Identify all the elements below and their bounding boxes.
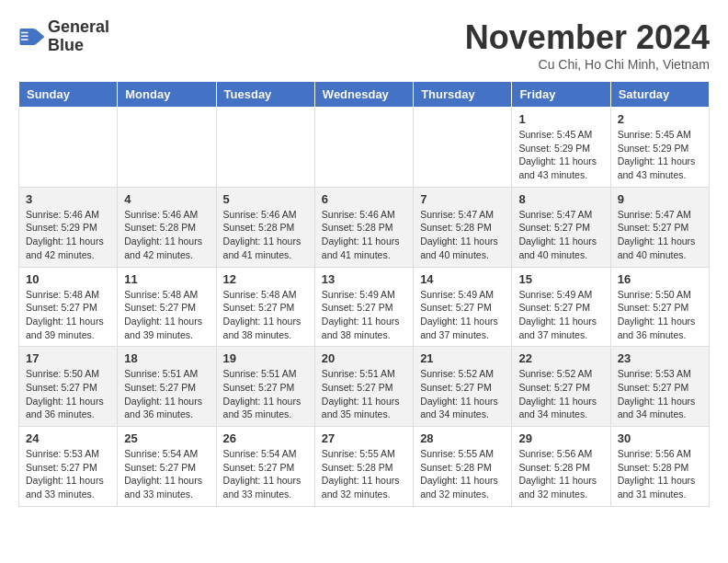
day-info: Sunrise: 5:53 AMSunset: 5:27 PMDaylight:… (618, 367, 702, 421)
day-number: 2 (618, 112, 702, 126)
day-info: Sunrise: 5:47 AMSunset: 5:27 PMDaylight:… (618, 208, 702, 262)
calendar-cell: 16Sunrise: 5:50 AMSunset: 5:27 PMDayligh… (610, 267, 709, 347)
day-number: 27 (322, 431, 406, 445)
day-number: 9 (618, 192, 702, 206)
logo: General Blue (18, 18, 109, 55)
day-info: Sunrise: 5:45 AMSunset: 5:29 PMDaylight:… (518, 128, 603, 182)
day-info: Sunrise: 5:46 AMSunset: 5:28 PMDaylight:… (223, 208, 308, 262)
day-info: Sunrise: 5:46 AMSunset: 5:29 PMDaylight:… (26, 208, 110, 262)
calendar-cell: 24Sunrise: 5:53 AMSunset: 5:27 PMDayligh… (19, 427, 118, 507)
day-number: 30 (618, 431, 702, 445)
day-number: 10 (26, 272, 110, 286)
calendar-cell: 7Sunrise: 5:47 AMSunset: 5:28 PMDaylight… (414, 187, 512, 267)
calendar-cell: 20Sunrise: 5:51 AMSunset: 5:27 PMDayligh… (314, 347, 413, 427)
day-info: Sunrise: 5:49 AMSunset: 5:27 PMDaylight:… (420, 288, 505, 342)
weekday-header-friday: Friday (512, 82, 610, 108)
day-info: Sunrise: 5:49 AMSunset: 5:27 PMDaylight:… (322, 288, 406, 342)
weekday-header-saturday: Saturday (610, 82, 709, 108)
calendar-cell: 15Sunrise: 5:49 AMSunset: 5:27 PMDayligh… (512, 267, 610, 347)
calendar-cell: 2Sunrise: 5:45 AMSunset: 5:29 PMDaylight… (610, 108, 709, 188)
day-info: Sunrise: 5:50 AMSunset: 5:27 PMDaylight:… (26, 367, 110, 421)
day-number: 17 (26, 351, 110, 365)
weekday-header-row: SundayMondayTuesdayWednesdayThursdayFrid… (19, 82, 710, 108)
calendar-cell: 22Sunrise: 5:52 AMSunset: 5:27 PMDayligh… (512, 347, 610, 427)
weekday-header-wednesday: Wednesday (314, 82, 413, 108)
day-number: 16 (618, 272, 702, 286)
day-number: 15 (518, 272, 603, 286)
day-number: 22 (518, 351, 603, 365)
day-info: Sunrise: 5:48 AMSunset: 5:27 PMDaylight:… (26, 288, 110, 342)
logo-icon (18, 23, 46, 51)
day-info: Sunrise: 5:52 AMSunset: 5:27 PMDaylight:… (518, 367, 603, 421)
day-number: 29 (518, 431, 603, 445)
day-number: 8 (518, 192, 603, 206)
calendar-cell: 10Sunrise: 5:48 AMSunset: 5:27 PMDayligh… (19, 267, 118, 347)
calendar-cell: 23Sunrise: 5:53 AMSunset: 5:27 PMDayligh… (610, 347, 709, 427)
day-number: 14 (420, 272, 505, 286)
calendar-cell: 4Sunrise: 5:46 AMSunset: 5:28 PMDaylight… (118, 187, 216, 267)
day-info: Sunrise: 5:48 AMSunset: 5:27 PMDaylight:… (124, 288, 209, 342)
calendar-week-row: 3Sunrise: 5:46 AMSunset: 5:29 PMDaylight… (19, 187, 710, 267)
day-info: Sunrise: 5:47 AMSunset: 5:27 PMDaylight:… (518, 208, 603, 262)
month-title: November 2024 (465, 18, 710, 57)
day-info: Sunrise: 5:54 AMSunset: 5:27 PMDaylight:… (124, 447, 209, 501)
day-number: 25 (124, 431, 209, 445)
calendar-cell: 12Sunrise: 5:48 AMSunset: 5:27 PMDayligh… (216, 267, 314, 347)
day-number: 18 (124, 351, 209, 365)
day-info: Sunrise: 5:50 AMSunset: 5:27 PMDaylight:… (618, 288, 702, 342)
calendar-cell: 13Sunrise: 5:49 AMSunset: 5:27 PMDayligh… (314, 267, 413, 347)
day-info: Sunrise: 5:56 AMSunset: 5:28 PMDaylight:… (618, 447, 702, 501)
calendar-cell: 8Sunrise: 5:47 AMSunset: 5:27 PMDaylight… (512, 187, 610, 267)
calendar-week-row: 17Sunrise: 5:50 AMSunset: 5:27 PMDayligh… (19, 347, 710, 427)
day-info: Sunrise: 5:51 AMSunset: 5:27 PMDaylight:… (223, 367, 308, 421)
calendar-week-row: 10Sunrise: 5:48 AMSunset: 5:27 PMDayligh… (19, 267, 710, 347)
day-number: 26 (223, 431, 308, 445)
calendar-cell (216, 108, 314, 188)
day-info: Sunrise: 5:46 AMSunset: 5:28 PMDaylight:… (124, 208, 209, 262)
location-subtitle: Cu Chi, Ho Chi Minh, Vietnam (465, 57, 710, 72)
calendar-cell (118, 108, 216, 188)
calendar-cell (314, 108, 413, 188)
day-info: Sunrise: 5:46 AMSunset: 5:28 PMDaylight:… (322, 208, 406, 262)
calendar-cell: 3Sunrise: 5:46 AMSunset: 5:29 PMDaylight… (19, 187, 118, 267)
day-info: Sunrise: 5:51 AMSunset: 5:27 PMDaylight:… (124, 367, 209, 421)
calendar-cell: 28Sunrise: 5:55 AMSunset: 5:28 PMDayligh… (414, 427, 512, 507)
day-info: Sunrise: 5:55 AMSunset: 5:28 PMDaylight:… (420, 447, 505, 501)
day-info: Sunrise: 5:53 AMSunset: 5:27 PMDaylight:… (26, 447, 110, 501)
day-info: Sunrise: 5:52 AMSunset: 5:27 PMDaylight:… (420, 367, 505, 421)
calendar-cell: 17Sunrise: 5:50 AMSunset: 5:27 PMDayligh… (19, 347, 118, 427)
logo-text: General Blue (48, 18, 109, 55)
calendar-cell: 11Sunrise: 5:48 AMSunset: 5:27 PMDayligh… (118, 267, 216, 347)
calendar-cell: 19Sunrise: 5:51 AMSunset: 5:27 PMDayligh… (216, 347, 314, 427)
day-number: 21 (420, 351, 505, 365)
day-number: 11 (124, 272, 209, 286)
svg-rect-3 (21, 35, 28, 37)
svg-rect-4 (21, 39, 28, 40)
logo-line1: General (48, 18, 109, 37)
calendar-cell: 27Sunrise: 5:55 AMSunset: 5:28 PMDayligh… (314, 427, 413, 507)
calendar-cell (19, 108, 118, 188)
day-number: 5 (223, 192, 308, 206)
day-info: Sunrise: 5:48 AMSunset: 5:27 PMDaylight:… (223, 288, 308, 342)
day-number: 3 (26, 192, 110, 206)
calendar-week-row: 24Sunrise: 5:53 AMSunset: 5:27 PMDayligh… (19, 427, 710, 507)
weekday-header-monday: Monday (118, 82, 216, 108)
calendar-cell: 30Sunrise: 5:56 AMSunset: 5:28 PMDayligh… (610, 427, 709, 507)
logo-line2: Blue (48, 37, 109, 55)
day-number: 19 (223, 351, 308, 365)
weekday-header-thursday: Thursday (414, 82, 512, 108)
calendar-cell: 18Sunrise: 5:51 AMSunset: 5:27 PMDayligh… (118, 347, 216, 427)
day-number: 13 (322, 272, 406, 286)
day-info: Sunrise: 5:54 AMSunset: 5:27 PMDaylight:… (223, 447, 308, 501)
day-info: Sunrise: 5:45 AMSunset: 5:29 PMDaylight:… (618, 128, 702, 182)
day-number: 28 (420, 431, 505, 445)
calendar-table: SundayMondayTuesdayWednesdayThursdayFrid… (18, 81, 710, 507)
calendar-cell: 29Sunrise: 5:56 AMSunset: 5:28 PMDayligh… (512, 427, 610, 507)
day-info: Sunrise: 5:51 AMSunset: 5:27 PMDaylight:… (322, 367, 406, 421)
calendar-cell: 14Sunrise: 5:49 AMSunset: 5:27 PMDayligh… (414, 267, 512, 347)
svg-rect-2 (21, 32, 28, 34)
day-number: 12 (223, 272, 308, 286)
calendar-cell: 1Sunrise: 5:45 AMSunset: 5:29 PMDaylight… (512, 108, 610, 188)
title-area: November 2024 Cu Chi, Ho Chi Minh, Vietn… (465, 18, 710, 72)
page-header: General Blue November 2024 Cu Chi, Ho Ch… (18, 18, 710, 72)
